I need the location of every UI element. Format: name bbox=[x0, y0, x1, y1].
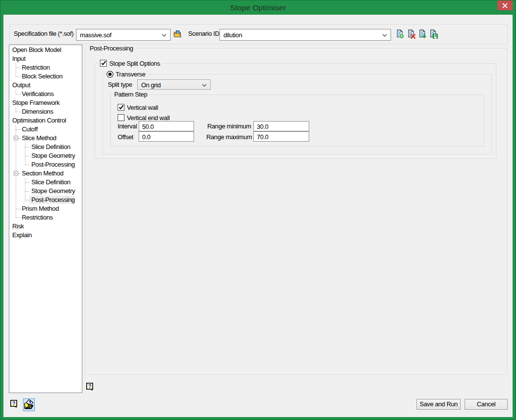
svg-text:?: ? bbox=[88, 383, 91, 389]
svg-text:?: ? bbox=[12, 400, 15, 406]
